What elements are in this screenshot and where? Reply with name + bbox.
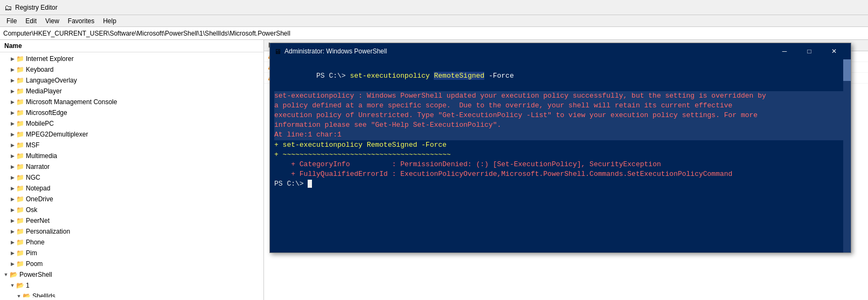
tree-label: Poom bbox=[26, 260, 43, 268]
tree-item-poom[interactable]: ▶ 📁 Poom bbox=[0, 258, 263, 269]
folder-icon: 📁 bbox=[16, 195, 24, 203]
folder-icon: 📁 bbox=[16, 228, 24, 235]
ps-line-plus1: + set-executionpolicy RemoteSigned -Forc… bbox=[274, 140, 846, 150]
tree-label: ShellIds bbox=[32, 292, 55, 297]
tree-content[interactable]: ▶ 📁 Internet Explorer ▶ 📁 Keyboard ▶ 📁 L… bbox=[0, 52, 263, 297]
tree-label: MPEG2Demultiplexer bbox=[26, 131, 88, 138]
tree-item-multimedia[interactable]: ▶ 📁 Multimedia bbox=[0, 151, 263, 161]
folder-icon: 📁 bbox=[16, 109, 24, 117]
folder-icon: 📁 bbox=[16, 98, 24, 106]
right-panel: Name Type Data ab (Default) REG_SZ (valu… bbox=[264, 40, 868, 300]
expander-icon: ▶ bbox=[9, 153, 16, 159]
folder-icon: 📁 bbox=[16, 174, 24, 181]
tree-label: Osk bbox=[26, 206, 37, 214]
expander-icon: ▶ bbox=[9, 110, 16, 115]
app-title: Registry Editor bbox=[15, 4, 58, 11]
tree-label: MicrosoftEdge bbox=[26, 109, 67, 117]
folder-icon: 📁 bbox=[16, 55, 24, 63]
expander-icon: ▶ bbox=[9, 132, 16, 137]
ps-line-prompt: PS C:\> bbox=[274, 179, 846, 189]
menu-edit[interactable]: Edit bbox=[21, 16, 41, 26]
tree-item-1[interactable]: ▼ 📂 1 bbox=[0, 280, 263, 291]
expander-icon: ▶ bbox=[9, 218, 16, 223]
powershell-window[interactable]: 🖥 Administrator: Windows PowerShell ─ □ … bbox=[269, 43, 851, 253]
expander-icon: ▶ bbox=[9, 99, 16, 105]
tree-item-keyboard[interactable]: ▶ 📁 Keyboard bbox=[0, 64, 263, 75]
registry-editor-icon: 🗂 bbox=[4, 3, 12, 12]
folder-icon: 📁 bbox=[16, 77, 24, 84]
folder-icon: 📁 bbox=[16, 152, 24, 160]
tree-item-phone[interactable]: ▶ 📁 Phone bbox=[0, 237, 263, 248]
tree-item-peernet[interactable]: ▶ 📁 PeerNet bbox=[0, 215, 263, 226]
menu-file[interactable]: File bbox=[2, 16, 21, 26]
ps-scrollbar[interactable] bbox=[843, 59, 851, 253]
expander-icon: ▶ bbox=[9, 88, 16, 94]
folder-icon: 📁 bbox=[16, 217, 24, 224]
tree-item-narrator[interactable]: ▶ 📁 Narrator bbox=[0, 161, 263, 172]
folder-icon: 📁 bbox=[16, 66, 24, 73]
main-layout: Name ▶ 📁 Internet Explorer ▶ 📁 Keyboard … bbox=[0, 40, 868, 300]
tree-label: 1 bbox=[26, 282, 30, 289]
tree-item-powershell[interactable]: ▼ 📂 PowerShell bbox=[0, 269, 263, 280]
tree-item-mmc[interactable]: ▶ 📁 Microsoft Management Console bbox=[0, 97, 263, 107]
tree-item-microsoftedge[interactable]: ▶ 📁 MicrosoftEdge bbox=[0, 107, 263, 118]
ps-close-button[interactable]: ✕ bbox=[822, 43, 846, 59]
folder-icon: 📁 bbox=[16, 206, 24, 214]
expander-icon: ▶ bbox=[9, 207, 16, 213]
open-folder-icon: 📂 bbox=[23, 292, 31, 297]
tree-label: MediaPlayer bbox=[26, 87, 62, 95]
tree-item-languageoverlay[interactable]: ▶ 📁 LanguageOverlay bbox=[0, 75, 263, 86]
expander-icon: ▶ bbox=[9, 250, 16, 256]
ps-window-icon: 🖥 bbox=[274, 47, 281, 56]
folder-icon: 📁 bbox=[16, 131, 24, 138]
address-path: Computer\HKEY_CURRENT_USER\Software\Micr… bbox=[3, 30, 290, 37]
expander-icon: ▶ bbox=[9, 164, 16, 169]
menu-favorites[interactable]: Favorites bbox=[64, 16, 99, 26]
tree-label: Phone bbox=[26, 238, 45, 246]
tree-header-name: Name bbox=[4, 42, 259, 50]
tree-header: Name bbox=[0, 40, 263, 52]
tree-label: PowerShell bbox=[19, 271, 52, 278]
expander-icon: ▶ bbox=[9, 142, 16, 148]
tree-panel: Name ▶ 📁 Internet Explorer ▶ 📁 Keyboard … bbox=[0, 40, 264, 300]
menu-bar: File Edit View Favorites Help bbox=[0, 15, 868, 27]
folder-icon: 📁 bbox=[16, 238, 24, 246]
tree-item-ngc[interactable]: ▶ 📁 NGC bbox=[0, 172, 263, 183]
expander-icon: ▶ bbox=[9, 196, 16, 202]
expander-icon: ▶ bbox=[9, 78, 16, 83]
minimize-icon: ─ bbox=[782, 47, 787, 55]
folder-icon: 📁 bbox=[16, 185, 24, 192]
expander-icon: ▶ bbox=[9, 229, 16, 234]
tree-label: PeerNet bbox=[26, 217, 50, 224]
ps-maximize-button[interactable]: □ bbox=[797, 43, 822, 59]
tree-label: NGC bbox=[26, 174, 40, 181]
menu-view[interactable]: View bbox=[41, 16, 64, 26]
expander-icon: ▶ bbox=[9, 175, 16, 180]
tree-item-internet-explorer[interactable]: ▶ 📁 Internet Explorer bbox=[0, 53, 263, 64]
tree-item-pim[interactable]: ▶ 📁 Pim bbox=[0, 248, 263, 258]
tree-item-onedrive[interactable]: ▶ 📁 OneDrive bbox=[0, 194, 263, 204]
tree-item-mpeg2[interactable]: ▶ 📁 MPEG2Demultiplexer bbox=[0, 129, 263, 140]
tree-label: Microsoft Management Console bbox=[26, 98, 117, 106]
folder-icon: 📁 bbox=[16, 120, 24, 127]
ps-window-title: Administrator: Windows PowerShell bbox=[284, 47, 772, 55]
tree-item-mobilepc[interactable]: ▶ 📁 MobilePC bbox=[0, 118, 263, 129]
ps-minimize-button[interactable]: ─ bbox=[772, 43, 797, 59]
ps-line-plus2: + ~~~~~~~~~~~~~~~~~~~~~~~~~~~~~~~~~~~~~~… bbox=[274, 150, 846, 160]
folder-icon: 📁 bbox=[16, 260, 24, 268]
title-bar: 🗂 Registry Editor bbox=[0, 0, 868, 15]
menu-help[interactable]: Help bbox=[99, 16, 121, 26]
expander-icon: ▶ bbox=[9, 56, 16, 62]
tree-item-mediaplayer[interactable]: ▶ 📁 MediaPlayer bbox=[0, 86, 263, 97]
ps-scrollbar-thumb[interactable] bbox=[843, 59, 851, 81]
tree-label: Narrator bbox=[26, 163, 50, 171]
tree-item-shellids[interactable]: ▼ 📂 ShellIds bbox=[0, 291, 263, 297]
tree-item-notepad[interactable]: ▶ 📁 Notepad bbox=[0, 183, 263, 194]
tree-item-osk[interactable]: ▶ 📁 Osk bbox=[0, 204, 263, 215]
ps-line-1: PS C:\> set-executionpolicy RemoteSigned… bbox=[274, 62, 846, 91]
expander-icon: ▶ bbox=[9, 121, 16, 126]
folder-icon: 📁 bbox=[16, 163, 24, 171]
tree-item-msf[interactable]: ▶ 📁 MSF bbox=[0, 140, 263, 151]
close-icon: ✕ bbox=[831, 47, 837, 55]
tree-item-personalization[interactable]: ▶ 📁 Personalization bbox=[0, 226, 263, 237]
